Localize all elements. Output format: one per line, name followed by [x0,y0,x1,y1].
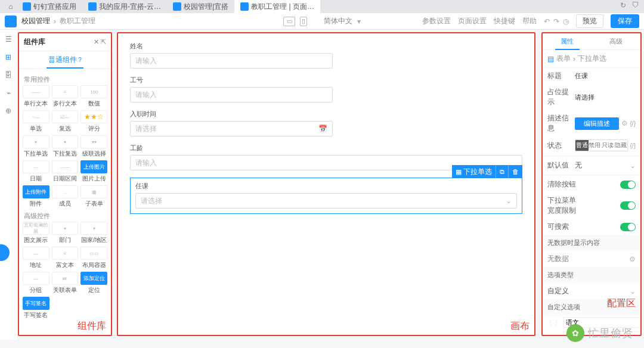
component-item[interactable]: —日期 [23,160,49,183]
gear-icon[interactable]: ⚙ [629,255,636,263]
component-item[interactable]: …成员 [52,185,79,208]
copy-icon[interactable]: ⧉ [496,165,508,178]
component-tab[interactable]: 普通组件? [19,51,111,69]
date-input[interactable]: 请选择📅 [130,121,333,136]
rail-globe-icon[interactable]: ⊕ [4,106,13,116]
empty-text-input[interactable]: 无数据 [547,254,569,264]
delete-icon[interactable]: 🗑 [508,165,522,178]
component-item[interactable]: ——日期区间 [52,160,79,183]
component-thumb: ▾ [23,135,49,148]
component-item[interactable]: —地址 [23,247,49,269]
preview-button[interactable]: 预览 [576,14,603,28]
drag-handle-icon[interactable]: ⋮⋮ [547,319,559,326]
tab-icon [240,2,249,11]
desktop-icon[interactable]: ▭ [283,17,295,26]
rail-components-icon[interactable]: ⊞ [4,52,13,62]
tab-1[interactable]: 我的应用-宜搭-云… [82,0,167,13]
gear-icon[interactable]: ⚙ [621,119,628,128]
form-field[interactable]: 入职时间请选择📅 [130,110,522,136]
component-item[interactable]: ▾下拉单选 [23,135,49,158]
component-item[interactable]: ▾下拉复选 [52,135,79,158]
text-input[interactable]: 请输入 [130,87,333,102]
component-item[interactable]: ☑—复选 [52,110,79,133]
component-item[interactable]: ★★☆评分 [80,110,107,133]
edit-desc-button[interactable]: 编辑描述 [575,117,619,130]
component-thumb: — [23,160,49,173]
component-item[interactable]: ≡多行文本 [52,85,79,108]
undo-icon[interactable]: ↶ [544,17,550,26]
chevron-right-icon: › [54,17,56,26]
component-item[interactable]: ▭▭布局容器 [80,247,107,269]
redo-icon[interactable]: ↷ [553,17,559,26]
toggle-width[interactable] [620,201,636,210]
config-tab-style[interactable]: 高级 [592,33,640,49]
component-item[interactable]: ○—单选 [23,110,49,133]
watermark-text: 忙里偷贤 [588,326,633,340]
extension-icon[interactable]: ⛉ [632,1,639,10]
component-thumb: — [23,272,49,285]
save-button[interactable]: 保存 [611,14,639,28]
toolbar-link-3[interactable]: 帮助 [522,16,537,26]
pin-icon[interactable]: ✕ ⇱ [94,38,106,46]
component-item[interactable]: —分组 [23,272,49,294]
component-item[interactable]: ▦子表单 [80,185,107,208]
rail-outline-icon[interactable]: ☰ [4,35,13,44]
component-label: 级联选择 [80,150,107,158]
refresh-icon[interactable]: ↻ [620,1,626,10]
component-item[interactable]: 100数值 [80,85,107,108]
config-placeholder-input[interactable] [575,94,642,101]
language-select[interactable]: 简体中文 [324,16,352,26]
component-label: 成员 [52,200,79,208]
option-type-title: 选项类型 [543,267,640,283]
rail-data-icon[interactable]: 🗄 [4,70,13,80]
config-default-select[interactable]: 无⌄ [575,160,636,170]
component-item[interactable]: ≡富文本 [52,247,79,269]
component-item[interactable]: 添加定位定位 [80,272,107,294]
help-icon[interactable]: ? [78,57,82,63]
component-item[interactable]: ⇄关联表单 [52,272,79,294]
tab-3[interactable]: 教职工管理 | 页面… [234,0,320,13]
text-input[interactable]: 请输入 [130,53,333,69]
tab-0[interactable]: 钉钉宜搭应用 [17,0,82,13]
component-item[interactable]: ▾▾级联选择 [80,135,107,158]
toolbar-link-2[interactable]: 快捷键 [494,16,515,26]
status-segmented[interactable]: 普通 禁用 只读 隐藏 [575,139,628,151]
component-item[interactable]: 上传附件附件 [23,185,49,208]
config-title-input[interactable] [575,73,642,80]
field-type-badge[interactable]: ▦ 下拉单选 [452,165,496,178]
toggle-search[interactable] [620,223,636,231]
config-tab-props[interactable]: 属性 [543,33,592,49]
component-label: 单行文本 [23,100,49,108]
component-item[interactable]: 手写签名手写签名 [23,297,49,319]
mobile-icon[interactable]: ▯ [300,17,307,26]
component-thumb: 上传图片 [80,160,107,173]
calendar-icon: 📅 [318,125,327,133]
component-item[interactable]: ▾国家/地区 [80,222,107,244]
form-field[interactable]: 工号请输入 [130,76,522,102]
field-label: 工号 [130,76,522,85]
component-item[interactable]: 上传图片图片上传 [80,160,107,183]
home-icon[interactable]: ⌂ [5,1,17,13]
component-label: 手写签名 [23,311,49,319]
selected-field-input[interactable]: 请选择 ⌄ [135,193,517,209]
component-item[interactable]: ▾部门 [52,222,79,244]
drag-handle-icon[interactable]: ⋮⋮ [547,334,559,337]
selected-field[interactable]: ▦ 下拉单选 ⧉ 🗑 任课 请选择 ⌄ [130,178,522,214]
component-thumb: —— [23,85,49,98]
form-field[interactable]: 姓名请输入 [130,42,522,69]
component-thumb: 100 [80,85,107,98]
component-thumb: ⇄ [52,272,79,285]
option-type-select[interactable]: 自定义⌄ [543,283,640,299]
rail-code-icon[interactable]: ⌁ [4,88,13,98]
breadcrumb-root[interactable]: 校园管理 [21,16,50,26]
toolbar: 校园管理 › 教职工管理 ▭ ▯ 简体中文 ▾ 参数设置 页面设置 快捷键 帮助… [0,13,644,30]
history-icon[interactable]: ◷ [563,17,569,26]
component-item[interactable]: ——单行文本 [23,85,49,108]
fx-icon[interactable]: {/} [630,120,636,127]
fx-icon[interactable]: {/} [630,142,636,149]
toolbar-link-1[interactable]: 页面设置 [458,16,487,26]
tab-2[interactable]: 校园管理|宜搭 [167,0,234,13]
toolbar-link-0[interactable]: 参数设置 [422,16,451,26]
component-item[interactable]: 五彩斑斓的黑图文展示 [23,222,49,244]
toggle-clear[interactable] [620,181,636,189]
